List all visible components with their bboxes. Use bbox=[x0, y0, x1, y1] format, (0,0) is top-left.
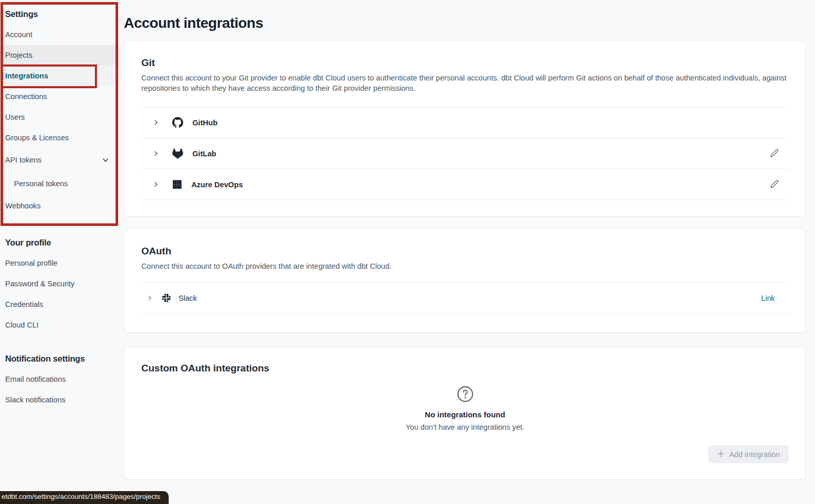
sidebar-item-account[interactable]: Account bbox=[0, 24, 119, 45]
slack-link-action[interactable]: Link bbox=[761, 294, 775, 302]
provider-name: GitHub bbox=[192, 119, 218, 127]
provider-name: Slack bbox=[178, 294, 197, 302]
sidebar-header-your-profile: Your profile bbox=[0, 232, 119, 253]
empty-state-subtitle: You don't have any integrations yet. bbox=[141, 423, 789, 431]
oauth-provider-list: Slack Link bbox=[141, 282, 789, 314]
custom-oauth-section-title: Custom OAuth integrations bbox=[141, 363, 789, 374]
azure-devops-icon bbox=[172, 180, 182, 189]
provider-name: Azure DevOps bbox=[191, 181, 243, 189]
status-bar-url: etdbt.com/settings/accounts/188483/pages… bbox=[0, 491, 169, 504]
git-provider-list: GitHub GitLab Azure bbox=[141, 107, 789, 200]
sidebar-item-slack-notifications[interactable]: Slack notifications bbox=[0, 389, 119, 410]
gitlab-icon bbox=[172, 148, 183, 159]
sidebar-item-integrations[interactable]: Integrations bbox=[0, 66, 119, 86]
oauth-section-title: OAuth bbox=[141, 246, 789, 257]
chevron-right-icon bbox=[153, 150, 159, 157]
edit-azure-devops-button[interactable] bbox=[769, 178, 780, 191]
sidebar-item-api-tokens[interactable]: API tokens bbox=[0, 148, 119, 172]
sidebar-item-label: Credentials bbox=[5, 300, 43, 308]
page-title: Account integrations bbox=[124, 15, 263, 31]
edit-gitlab-button[interactable] bbox=[769, 148, 780, 160]
git-integrations-card: Git Connect this account to your Git pro… bbox=[124, 41, 806, 217]
git-section-description: Connect this account to your Git provide… bbox=[141, 73, 789, 93]
provider-name: GitLab bbox=[192, 150, 216, 158]
sidebar-item-password-security[interactable]: Password & Security bbox=[0, 273, 119, 294]
chevron-right-icon bbox=[146, 295, 153, 301]
provider-row-azure-devops[interactable]: Azure DevOps bbox=[141, 169, 789, 200]
github-icon bbox=[172, 117, 183, 128]
sidebar-item-label: Webhooks bbox=[5, 202, 41, 210]
chevron-right-icon bbox=[153, 119, 159, 126]
sidebar-item-label: Cloud CLI bbox=[5, 321, 39, 329]
sidebar-item-label: API tokens bbox=[5, 156, 42, 164]
sidebar-item-label: Account bbox=[5, 30, 32, 39]
sidebar-item-label: Users bbox=[5, 113, 25, 121]
sidebar-item-label: Groups & Licenses bbox=[5, 134, 69, 142]
oauth-card: OAuth Connect this account to OAuth prov… bbox=[124, 229, 806, 333]
sidebar-item-credentials[interactable]: Credentials bbox=[0, 294, 119, 315]
plus-icon bbox=[717, 450, 725, 459]
sidebar-item-users[interactable]: Users bbox=[0, 107, 119, 127]
question-circle-icon bbox=[457, 385, 474, 405]
sidebar-item-groups-licenses[interactable]: Groups & Licenses bbox=[0, 127, 119, 148]
sidebar-item-projects[interactable]: Projects bbox=[0, 45, 119, 66]
pencil-icon bbox=[770, 180, 779, 190]
sidebar-item-personal-tokens[interactable]: Personal tokens bbox=[0, 172, 119, 196]
sidebar-item-label: Projects bbox=[5, 51, 32, 59]
sidebar-item-label: Connections bbox=[5, 92, 47, 101]
sidebar-item-email-notifications[interactable]: Email notifications bbox=[0, 369, 119, 389]
provider-row-gitlab[interactable]: GitLab bbox=[141, 138, 789, 169]
empty-state-title: No integrations found bbox=[141, 410, 789, 419]
empty-state: No integrations found You don't have any… bbox=[141, 374, 789, 431]
add-integration-button[interactable]: Add integration bbox=[708, 445, 789, 463]
add-integration-label: Add integration bbox=[729, 450, 780, 459]
git-section-title: Git bbox=[141, 57, 789, 69]
provider-row-slack[interactable]: Slack Link bbox=[141, 282, 789, 314]
sidebar-item-label: Personal profile bbox=[5, 259, 57, 267]
chevron-down-icon bbox=[102, 156, 109, 164]
oauth-section-description: Connect this account to OAuth providers … bbox=[141, 261, 789, 271]
chevron-right-icon bbox=[153, 181, 159, 188]
sidebar-item-label: Password & Security bbox=[5, 280, 75, 288]
pencil-icon bbox=[770, 149, 779, 159]
sidebar-header-settings: Settings bbox=[0, 3, 119, 24]
provider-row-github[interactable]: GitHub bbox=[141, 107, 789, 138]
settings-sidebar: Settings Account Projects Integrations C… bbox=[0, 0, 119, 504]
sidebar-item-webhooks[interactable]: Webhooks bbox=[0, 196, 119, 216]
sidebar-header-notification-settings: Notification settings bbox=[0, 348, 119, 369]
slack-icon bbox=[161, 293, 171, 303]
sidebar-item-label: Integrations bbox=[5, 72, 48, 80]
sidebar-item-label: Personal tokens bbox=[14, 180, 68, 188]
custom-oauth-card: Custom OAuth integrations No integration… bbox=[124, 347, 806, 480]
sidebar-item-label: Slack notifications bbox=[5, 396, 66, 404]
sidebar-item-personal-profile[interactable]: Personal profile bbox=[0, 253, 119, 273]
sidebar-item-label: Email notifications bbox=[5, 375, 66, 383]
sidebar-item-connections[interactable]: Connections bbox=[0, 86, 119, 107]
sidebar-item-cloud-cli[interactable]: Cloud CLI bbox=[0, 315, 119, 335]
